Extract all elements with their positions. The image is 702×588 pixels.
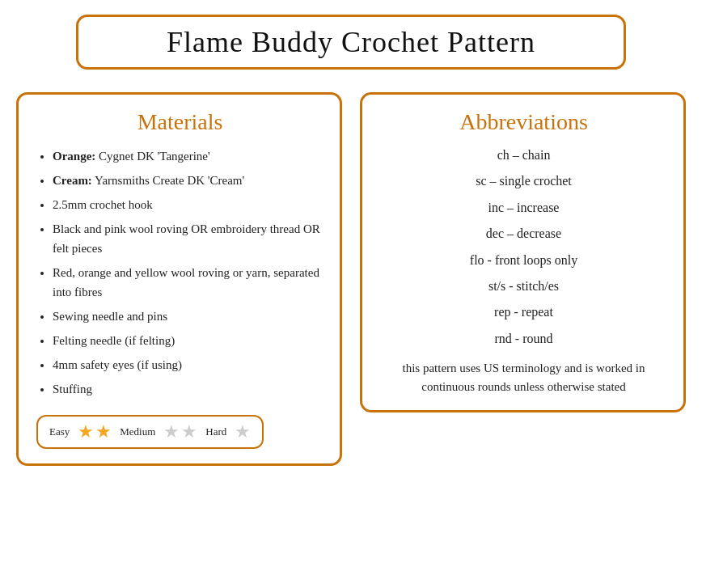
item-text: Stuffing — [53, 383, 92, 396]
list-item: ch – chain — [380, 146, 667, 164]
list-item: Sewing needle and pins — [53, 307, 324, 326]
item-text: Black and pink wool roving OR embroidery… — [53, 222, 320, 255]
item-text: 4mm safety eyes (if using) — [53, 358, 182, 371]
list-item: 2.5mm crochet hook — [53, 195, 324, 214]
item-text: Yarnsmiths Create DK 'Cream' — [95, 174, 244, 187]
difficulty-medium: Medium — [120, 425, 155, 438]
list-item: st/s - stitch/es — [380, 277, 667, 295]
abbrev-text: rnd - round — [495, 332, 553, 345]
item-text: 2.5mm crochet hook — [53, 198, 153, 211]
list-item: Orange: Cygnet DK 'Tangerine' — [53, 146, 324, 166]
page-title: Flame Buddy Crochet Pattern — [111, 25, 591, 59]
abbreviations-heading: Abbreviations — [380, 109, 667, 135]
list-item: inc – increase — [380, 199, 667, 217]
star-2: ★ — [95, 421, 112, 442]
star-3: ★ — [163, 421, 180, 442]
abbreviations-note: this pattern uses US terminology and is … — [380, 359, 667, 396]
difficulty-box: Easy ★ ★ Medium ★ ★ Hard ★ — [36, 415, 264, 449]
title-box: Flame Buddy Crochet Pattern — [76, 15, 626, 70]
abbreviations-panel: Abbreviations ch – chain sc – single cro… — [360, 92, 686, 412]
list-item: 4mm safety eyes (if using) — [53, 355, 324, 374]
list-item: dec – decrease — [380, 225, 667, 243]
list-item: Stuffing — [53, 379, 324, 399]
list-item: Felting needle (if felting) — [53, 331, 324, 350]
difficulty-hard: Hard — [205, 425, 226, 438]
item-label: Orange: — [53, 150, 95, 163]
abbrev-text: st/s - stitch/es — [488, 279, 559, 293]
item-text: Felting needle (if felting) — [53, 334, 175, 347]
abbrev-text: rep - repeat — [494, 305, 553, 319]
difficulty-easy: Easy — [49, 425, 70, 438]
abbrev-text: flo - front loops only — [470, 253, 577, 267]
abbrev-text: sc – single crochet — [476, 174, 572, 188]
star-1: ★ — [78, 421, 94, 442]
stars-medium: ★ ★ — [163, 421, 197, 442]
list-item: Cream: Yarnsmiths Create DK 'Cream' — [53, 171, 324, 190]
panels-container: Materials Orange: Cygnet DK 'Tangerine' … — [16, 92, 686, 466]
star-4: ★ — [181, 421, 197, 442]
list-item: Black and pink wool roving OR embroidery… — [53, 219, 324, 258]
list-item: rnd - round — [380, 330, 667, 348]
item-text: Red, orange and yellow wool roving or ya… — [53, 266, 319, 298]
item-text: Cygnet DK 'Tangerine' — [99, 150, 210, 163]
abbrev-text: ch – chain — [497, 148, 551, 162]
list-item: Red, orange and yellow wool roving or ya… — [53, 263, 324, 302]
abbreviations-list: ch – chain sc – single crochet inc – inc… — [380, 146, 667, 348]
materials-list: Orange: Cygnet DK 'Tangerine' Cream: Yar… — [36, 146, 324, 399]
stars-easy: ★ ★ — [78, 421, 112, 442]
abbrev-text: inc – increase — [488, 201, 560, 214]
materials-heading: Materials — [36, 109, 324, 135]
item-label: Cream: — [53, 174, 92, 187]
item-text: Sewing needle and pins — [53, 310, 167, 323]
list-item: rep - repeat — [380, 303, 667, 321]
list-item: sc – single crochet — [380, 172, 667, 190]
list-item: flo - front loops only — [380, 252, 667, 269]
star-5: ★ — [235, 421, 251, 442]
stars-hard: ★ — [235, 421, 251, 442]
abbrev-text: dec – decrease — [486, 226, 561, 240]
materials-panel: Materials Orange: Cygnet DK 'Tangerine' … — [16, 92, 342, 466]
